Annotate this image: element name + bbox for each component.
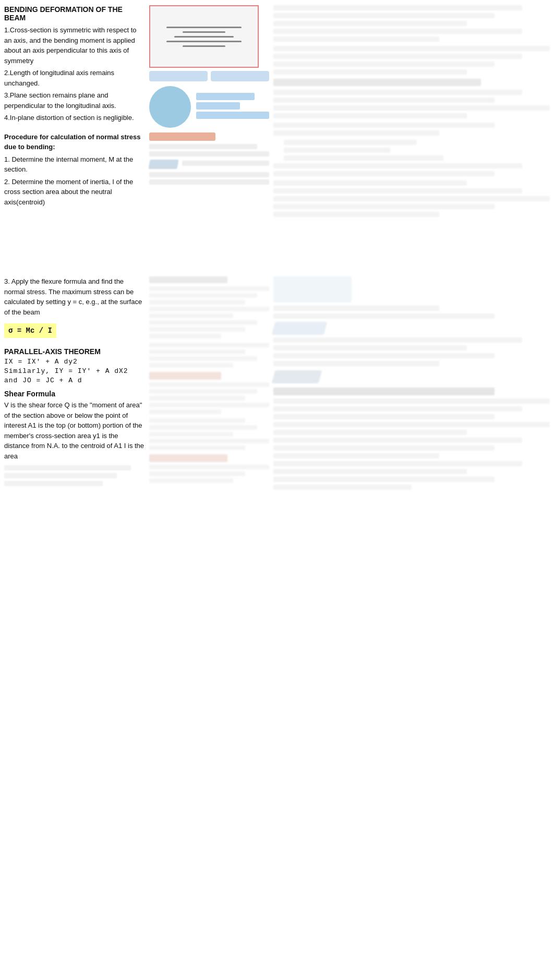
br-blur-3 — [273, 337, 522, 343]
blur-line-20 — [273, 171, 495, 176]
br-blur-15 — [273, 461, 522, 466]
circle-diagram — [149, 86, 191, 128]
separator-1 — [4, 127, 145, 128]
blur-line-15 — [273, 130, 439, 136]
bm-text-25 — [149, 478, 233, 483]
br-img-1 — [273, 276, 352, 303]
procedure-heading-bold: Procedure for calculation of normal stre… — [4, 133, 141, 151]
formula-text: σ = Mc / I — [8, 326, 52, 335]
bm-orange-title — [149, 372, 221, 380]
col-middle-top — [149, 5, 269, 256]
bm-text-10 — [149, 349, 245, 354]
br-blur-18 — [273, 485, 412, 490]
bm-text-9 — [149, 343, 269, 347]
br-blur-16 — [273, 469, 467, 474]
br-title-1 — [273, 388, 495, 395]
blur-line-13 — [273, 113, 467, 118]
beam-diagram-box — [149, 5, 259, 68]
step3-text: 3. Apply the flexure formula and find th… — [4, 276, 145, 317]
br-blur-5 — [273, 353, 495, 358]
bending-deformation-heading: BENDING DEFORMATION OF THE BEAM — [4, 5, 145, 22]
blur-line-25 — [273, 212, 439, 217]
br-blur-1 — [273, 306, 439, 311]
circle-text-area — [196, 93, 269, 121]
right-top-para-3 — [273, 90, 550, 118]
bm-text-17 — [149, 409, 221, 414]
bm-text-16 — [149, 403, 269, 407]
br-blur-13 — [273, 445, 495, 451]
br-blur-4 — [273, 345, 467, 350]
blur-line-22 — [273, 188, 522, 193]
bottom-section: 3. Apply the flexure formula and find th… — [0, 271, 554, 492]
right-top-para-2 — [273, 46, 550, 75]
blur-line-10 — [273, 90, 522, 95]
beam-diagram-inner — [150, 6, 258, 67]
shear-title: Shear Formula — [4, 390, 145, 398]
mid-strip-2 — [196, 102, 240, 110]
blur-line-18 — [284, 155, 443, 161]
br-blur-14 — [273, 453, 439, 458]
col-right-bottom — [273, 276, 550, 492]
bm-orange-title-2 — [149, 454, 227, 462]
blue-shape-1 — [148, 160, 178, 169]
br-blur-17 — [273, 477, 495, 482]
right-top-para-5 — [273, 163, 550, 176]
blur-line-12 — [273, 105, 550, 111]
mid-text-3 — [182, 161, 269, 166]
mid-blurred-text — [149, 144, 269, 185]
parallel-eq3: and JO = JC + A d — [4, 377, 145, 384]
formula-line-1 — [166, 27, 242, 28]
bm-text-11 — [149, 356, 257, 361]
br-blur-6 — [273, 361, 439, 366]
procedure-heading: Procedure for calculation of normal stre… — [4, 132, 145, 152]
col-middle-bottom — [149, 276, 269, 492]
br-blur-7 — [273, 398, 550, 404]
blur-line-14 — [273, 123, 495, 128]
br-blur-12 — [273, 438, 522, 443]
blur-line-9 — [273, 69, 467, 75]
col-left-top: BENDING DEFORMATION OF THE BEAM 1.Cross-… — [4, 5, 145, 256]
formula-line-5 — [183, 45, 225, 47]
blur-line-21 — [273, 180, 467, 186]
btn-fake-1 — [149, 71, 208, 81]
bm-text-18 — [149, 418, 245, 423]
bl-blur-2 — [4, 473, 117, 478]
bm-text-13 — [149, 382, 269, 387]
right-top-para-4 — [273, 123, 550, 136]
bm-text-6 — [149, 320, 257, 325]
bm-text-24 — [149, 471, 245, 476]
formula-line-2 — [183, 31, 225, 33]
br-blur-9 — [273, 414, 495, 419]
mid-text-4 — [149, 172, 269, 177]
bottom-left-blurred — [4, 465, 145, 486]
bm-text-2 — [149, 293, 257, 298]
blur-line-4 — [273, 29, 522, 34]
mid-text-5 — [149, 179, 269, 185]
mid-strip-3 — [196, 112, 269, 119]
bm-text-19 — [149, 425, 257, 430]
bm-text-22 — [149, 445, 245, 450]
br-blur-2 — [273, 313, 495, 319]
blur-line-5 — [273, 37, 439, 42]
bl-blur-1 — [4, 465, 131, 470]
middle-button-bar — [149, 71, 269, 81]
bm-text-23 — [149, 465, 269, 469]
blur-line-2 — [273, 13, 495, 18]
col-left-bottom: 3. Apply the flexure formula and find th… — [4, 276, 145, 492]
procedure-step-2: 2. Determine the moment of inertia, I of… — [4, 177, 145, 208]
mid-spacer — [0, 256, 554, 266]
point-1: 1.Cross-section is symmetric with respec… — [4, 25, 145, 66]
blur-line-3 — [273, 21, 467, 26]
right-top-para-1 — [273, 5, 550, 42]
formula-line-4 — [166, 41, 242, 42]
blur-line-8 — [273, 62, 495, 67]
parallel-title: PARALLEL-AXIS THEOREM — [4, 347, 145, 356]
bm-text-1 — [149, 286, 269, 291]
br-diagonal-2 — [272, 370, 322, 383]
col-right-top — [273, 5, 550, 256]
mid-strip-1 — [196, 93, 255, 100]
shear-text: V is the shear force Q is the "moment of… — [4, 400, 145, 461]
bm-text-3 — [149, 300, 245, 305]
top-section: BENDING DEFORMATION OF THE BEAM 1.Cross-… — [0, 0, 554, 256]
blur-line-11 — [273, 98, 495, 103]
